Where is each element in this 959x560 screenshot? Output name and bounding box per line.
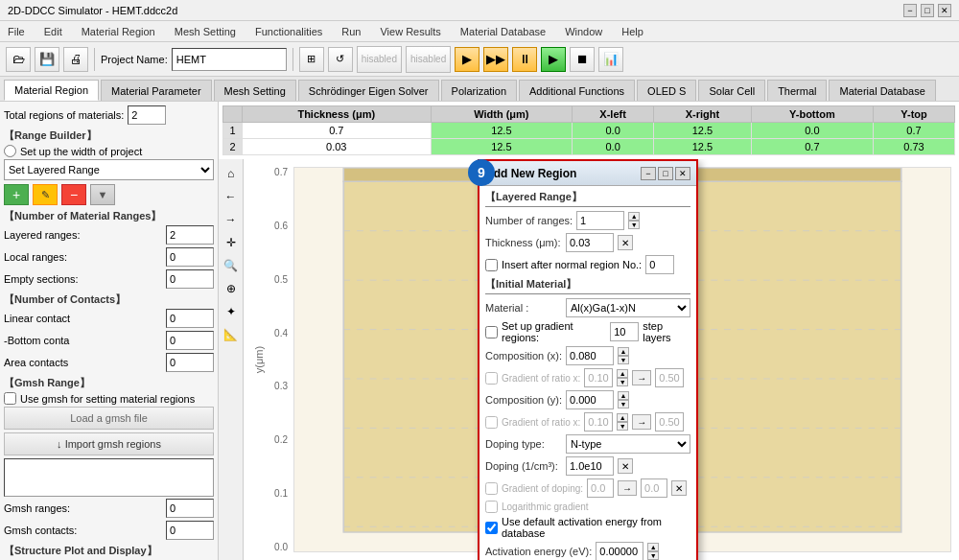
area-contacts-input[interactable] bbox=[166, 353, 214, 372]
star-icon[interactable]: ✦ bbox=[221, 301, 242, 322]
use-default-checkbox[interactable] bbox=[485, 522, 498, 534]
grad-x-to[interactable] bbox=[655, 368, 684, 387]
home-icon[interactable]: ⌂ bbox=[221, 163, 242, 184]
num-ranges-down[interactable]: ▼ bbox=[628, 221, 640, 229]
right-arrow-icon[interactable]: → bbox=[221, 209, 242, 230]
ruler-icon[interactable]: 📐 bbox=[221, 324, 242, 345]
log-gradient-checkbox[interactable] bbox=[485, 501, 498, 513]
load-gmsh-btn[interactable]: Load a gmsh file bbox=[4, 407, 214, 430]
thickness-clear-btn[interactable]: ✕ bbox=[618, 235, 633, 250]
maximize-btn[interactable]: □ bbox=[921, 4, 934, 17]
tab-schrodinger[interactable]: Schrödinger Eigen Solver bbox=[298, 80, 439, 101]
num-ranges-up[interactable]: ▲ bbox=[628, 212, 640, 221]
left-arrow-icon[interactable]: ← bbox=[221, 186, 242, 207]
grad-x-arrow[interactable]: → bbox=[632, 370, 651, 385]
disabled-btn-1[interactable]: hisabled bbox=[357, 46, 402, 73]
tab-polarization[interactable]: Polarization bbox=[441, 80, 517, 101]
bottom-contact-input[interactable] bbox=[166, 331, 214, 350]
zoom-out-icon[interactable]: 🔍 bbox=[221, 255, 242, 276]
num-ranges-input[interactable] bbox=[576, 211, 624, 230]
open-btn[interactable]: 🗁 bbox=[6, 47, 31, 72]
dialog-close-btn[interactable]: ✕ bbox=[675, 167, 690, 180]
icon-btn-1[interactable]: ⊞ bbox=[299, 47, 324, 72]
menu-help[interactable]: Help bbox=[618, 24, 647, 39]
grad-y-up[interactable]: ▲ bbox=[617, 413, 628, 422]
gradient-input[interactable] bbox=[610, 322, 639, 341]
tab-material-region[interactable]: Material Region bbox=[4, 80, 99, 101]
menu-edit[interactable]: Edit bbox=[40, 24, 66, 39]
table-row[interactable]: 2 0.03 12.5 0.0 12.5 0.7 0.73 bbox=[223, 139, 955, 155]
play-btn-3[interactable]: ⏸ bbox=[512, 47, 537, 72]
menu-window[interactable]: Window bbox=[561, 24, 606, 39]
play-btn-1[interactable]: ▶ bbox=[455, 47, 480, 72]
grad-y-checkbox[interactable] bbox=[485, 416, 498, 429]
menu-material-database[interactable]: Material Database bbox=[456, 24, 550, 39]
table-row[interactable]: 1 0.7 12.5 0.0 12.5 0.0 0.7 bbox=[223, 123, 955, 139]
import-gmsh-btn[interactable]: ↓ Import gmsh regions bbox=[4, 432, 214, 455]
menu-mesh-setting[interactable]: Mesh Setting bbox=[171, 24, 240, 39]
minimize-btn[interactable]: − bbox=[903, 4, 917, 17]
thickness-input[interactable] bbox=[566, 233, 614, 252]
gradient-checkbox[interactable] bbox=[485, 326, 498, 338]
doping-type-select[interactable]: N-type P-type bbox=[566, 434, 690, 454]
icon-btn-2[interactable]: ↺ bbox=[328, 47, 353, 72]
tab-additional-functions[interactable]: Additional Functions bbox=[519, 80, 635, 101]
zoom-in-icon[interactable]: ⊕ bbox=[221, 278, 242, 299]
insert-checkbox[interactable] bbox=[485, 259, 498, 271]
more-range-btn[interactable]: ▼ bbox=[90, 184, 115, 205]
tab-oled[interactable]: OLED S bbox=[637, 80, 696, 101]
tab-mesh-setting[interactable]: Mesh Setting bbox=[214, 80, 296, 101]
gmsh-contacts-input[interactable] bbox=[166, 521, 214, 540]
close-btn[interactable]: ✕ bbox=[938, 4, 951, 17]
grad-doping-arrow[interactable]: → bbox=[618, 480, 637, 496]
delete-range-btn[interactable]: − bbox=[61, 184, 86, 205]
local-ranges-input[interactable] bbox=[166, 247, 214, 267]
activation-down[interactable]: ▼ bbox=[647, 551, 659, 560]
total-regions-input[interactable] bbox=[128, 105, 166, 125]
play-btn-2[interactable]: ▶▶ bbox=[483, 47, 508, 72]
doping-conc-clear-btn[interactable]: ✕ bbox=[618, 458, 633, 474]
empty-sections-input[interactable] bbox=[166, 269, 214, 289]
grad-doping-to[interactable] bbox=[641, 478, 667, 498]
grad-y-from[interactable] bbox=[584, 412, 613, 432]
move-icon[interactable]: ✛ bbox=[221, 232, 242, 253]
menu-view-results[interactable]: View Results bbox=[376, 24, 444, 39]
add-range-btn[interactable]: + bbox=[4, 184, 29, 205]
menu-functionalities[interactable]: Functionalities bbox=[251, 24, 326, 39]
chart-btn[interactable]: 📊 bbox=[598, 47, 623, 72]
insert-input[interactable] bbox=[645, 255, 674, 274]
set-width-radio[interactable] bbox=[4, 145, 16, 157]
comp-x-down[interactable]: ▼ bbox=[618, 356, 629, 364]
layered-ranges-input[interactable] bbox=[166, 225, 214, 245]
linear-contact-input[interactable] bbox=[166, 309, 214, 328]
set-layered-select[interactable]: Set Layered Range bbox=[4, 159, 214, 180]
tab-material-database[interactable]: Material Database bbox=[829, 80, 935, 101]
dialog-minimize-btn[interactable]: − bbox=[641, 167, 656, 180]
save-btn[interactable]: 💾 bbox=[35, 47, 59, 72]
grad-x-up[interactable]: ▲ bbox=[617, 369, 628, 378]
doping-conc-input[interactable] bbox=[566, 456, 614, 476]
use-gmsh-checkbox[interactable] bbox=[4, 392, 16, 405]
print-btn[interactable]: 🖨 bbox=[63, 47, 88, 72]
grad-y-down[interactable]: ▼ bbox=[617, 422, 628, 431]
comp-y-down[interactable]: ▼ bbox=[618, 400, 629, 408]
comp-y-input[interactable] bbox=[566, 390, 614, 409]
material-select[interactable]: Al(x)Ga(1-x)N bbox=[566, 298, 690, 317]
play-btn-5[interactable]: ⏹ bbox=[570, 47, 595, 72]
grad-x-from[interactable] bbox=[584, 368, 613, 387]
activation-up[interactable]: ▲ bbox=[647, 543, 659, 551]
comp-y-up[interactable]: ▲ bbox=[618, 391, 629, 400]
menu-file[interactable]: File bbox=[4, 24, 29, 39]
disabled-btn-2[interactable]: hisabled bbox=[406, 46, 451, 73]
activation-input[interactable] bbox=[596, 542, 643, 560]
menu-run[interactable]: Run bbox=[338, 24, 364, 39]
grad-y-arrow[interactable]: → bbox=[632, 414, 651, 430]
comp-x-up[interactable]: ▲ bbox=[618, 347, 629, 356]
comp-x-input[interactable] bbox=[566, 346, 614, 365]
project-name-input[interactable] bbox=[172, 48, 287, 71]
tab-thermal[interactable]: Thermal bbox=[767, 80, 827, 101]
grad-doping-from[interactable] bbox=[587, 478, 614, 498]
grad-doping-clear-btn[interactable]: ✕ bbox=[671, 480, 687, 496]
grad-x-down[interactable]: ▼ bbox=[617, 378, 628, 386]
menu-material-region[interactable]: Material Region bbox=[78, 24, 159, 39]
